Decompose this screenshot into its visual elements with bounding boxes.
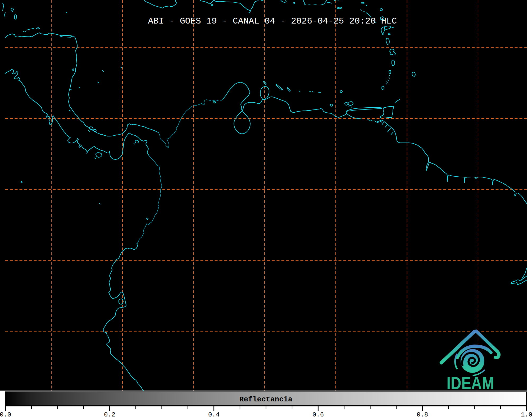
svg-text:0.6: 0.6 <box>312 411 324 417</box>
svg-text:IDEAM: IDEAM <box>447 373 494 393</box>
svg-text:Reflectancia: Reflectancia <box>239 395 293 404</box>
svg-text:0.4: 0.4 <box>208 411 220 417</box>
svg-text:0.8: 0.8 <box>417 411 428 417</box>
svg-text:0.0: 0.0 <box>0 411 11 417</box>
svg-text:ABI - GOES 19 - CANAL 04 - 202: ABI - GOES 19 - CANAL 04 - 2026-04-25 20… <box>148 16 397 26</box>
svg-text:1.0: 1.0 <box>521 411 532 417</box>
svg-text:0.2: 0.2 <box>104 411 115 417</box>
